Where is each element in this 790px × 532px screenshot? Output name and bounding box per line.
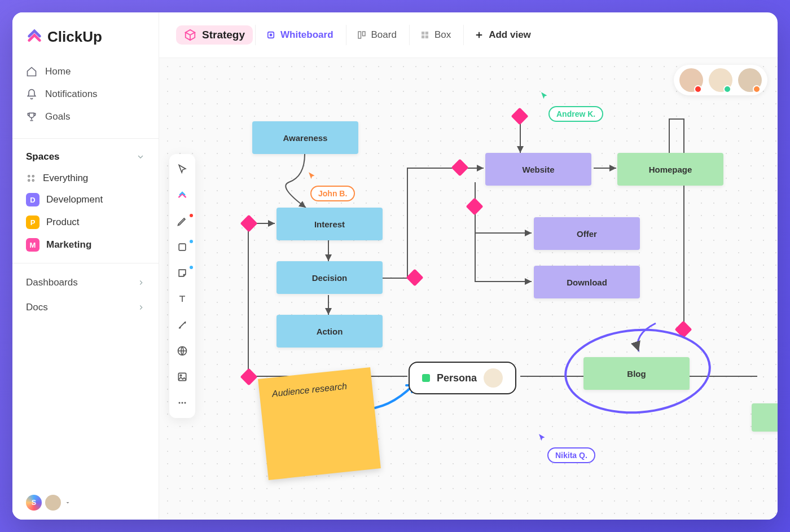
space-product[interactable]: P Product bbox=[12, 211, 159, 234]
diamond-connector[interactable] bbox=[240, 368, 257, 385]
node-download[interactable]: Download bbox=[534, 266, 640, 298]
collab-avatar[interactable]: .collab-bar .collab-av:nth-child(2)::aft… bbox=[709, 68, 732, 92]
nav-notifications-label: Notifications bbox=[45, 89, 98, 100]
text-icon bbox=[177, 293, 188, 305]
diamond-connector[interactable] bbox=[466, 197, 483, 215]
collaborators-bar[interactable]: .collab-bar .collab-av:nth-child(1)::aft… bbox=[674, 65, 767, 95]
node-decision[interactable]: Decision bbox=[276, 261, 383, 294]
space-marketing[interactable]: M Marketing bbox=[12, 234, 159, 256]
tool-web[interactable] bbox=[173, 341, 192, 360]
tool-select[interactable] bbox=[173, 160, 192, 179]
home-icon bbox=[26, 66, 37, 77]
box-icon bbox=[420, 30, 430, 40]
main-area: Strategy Whiteboard Board Box Add view bbox=[159, 12, 778, 520]
space-development[interactable]: D Development bbox=[12, 188, 159, 211]
node-action[interactable]: Action bbox=[276, 315, 383, 348]
status-dot-icon bbox=[422, 374, 430, 382]
node-website[interactable]: Website bbox=[485, 153, 591, 186]
clickup-small-icon bbox=[177, 190, 188, 201]
nav-goals[interactable]: Goals bbox=[18, 105, 153, 128]
nav-list: Home Notifications Goals bbox=[12, 57, 159, 131]
clickup-logo-icon bbox=[26, 29, 43, 46]
space-everything[interactable]: Everything bbox=[12, 168, 159, 188]
nav-goals-label: Goals bbox=[45, 111, 70, 122]
more-icon bbox=[177, 397, 188, 408]
whiteboard-canvas[interactable]: Awareness Interest Decision Action Websi… bbox=[159, 58, 778, 520]
svg-point-5 bbox=[270, 34, 272, 36]
tab-add-view[interactable]: Add view bbox=[463, 25, 541, 45]
divider bbox=[12, 138, 159, 139]
node-awareness[interactable]: Awareness bbox=[252, 121, 358, 154]
plus-icon bbox=[474, 30, 484, 40]
cursor-tag-andrew: Andrew K. bbox=[548, 106, 603, 122]
svg-point-16 bbox=[179, 402, 181, 404]
svg-rect-14 bbox=[178, 373, 186, 380]
view-title-strategy[interactable]: Strategy bbox=[176, 25, 253, 45]
spaces-header-label: Spaces bbox=[26, 151, 60, 162]
tool-pen[interactable] bbox=[173, 212, 192, 231]
svg-point-3 bbox=[32, 179, 34, 181]
tab-board[interactable]: Board bbox=[346, 25, 407, 45]
sticky-note[interactable]: Audience research bbox=[258, 367, 381, 480]
tool-sticky[interactable] bbox=[173, 263, 192, 283]
diamond-connector[interactable] bbox=[511, 107, 528, 125]
svg-rect-9 bbox=[425, 32, 428, 34]
logo[interactable]: ClickUp bbox=[12, 24, 159, 57]
hand-drawn-circle bbox=[561, 324, 714, 419]
spaces-header[interactable]: Spaces bbox=[12, 146, 159, 168]
diamond-connector[interactable] bbox=[406, 269, 423, 286]
collab-avatar[interactable]: .collab-bar .collab-av:nth-child(1)::aft… bbox=[679, 68, 703, 92]
tool-more[interactable] bbox=[173, 393, 192, 412]
nav-notifications[interactable]: Notifications bbox=[18, 83, 153, 105]
tool-shape[interactable] bbox=[173, 238, 192, 257]
canvas-toolbox bbox=[169, 154, 195, 418]
chevron-right-icon bbox=[137, 304, 145, 311]
pen-icon bbox=[177, 216, 188, 227]
cursor-tag-john: John B. bbox=[310, 186, 355, 201]
node-interest[interactable]: Interest bbox=[276, 208, 383, 240]
tab-whiteboard[interactable]: Whiteboard bbox=[255, 25, 344, 45]
nav-docs[interactable]: Docs bbox=[12, 295, 159, 320]
diamond-connector[interactable] bbox=[240, 214, 257, 232]
whiteboard-icon bbox=[266, 30, 276, 40]
tool-image[interactable] bbox=[173, 367, 192, 386]
remote-cursor-icon bbox=[307, 171, 317, 181]
sticky-icon bbox=[177, 267, 188, 279]
nav-home-label: Home bbox=[45, 66, 71, 77]
nav-home[interactable]: Home bbox=[18, 60, 153, 83]
svg-point-18 bbox=[185, 402, 186, 404]
chevron-down-icon bbox=[136, 152, 145, 161]
nav-dashboards[interactable]: Dashboards bbox=[12, 270, 159, 295]
tool-text[interactable] bbox=[173, 289, 192, 309]
svg-point-17 bbox=[182, 402, 183, 404]
space-dev-icon: D bbox=[26, 193, 40, 206]
svg-rect-6 bbox=[358, 32, 361, 38]
tool-clickup[interactable] bbox=[173, 186, 192, 205]
tab-box-label: Box bbox=[434, 29, 451, 41]
collab-avatar[interactable]: .collab-bar .collab-av:nth-child(3)::aft… bbox=[738, 68, 762, 92]
node-homepage[interactable]: Homepage bbox=[617, 153, 723, 186]
title-label: Strategy bbox=[202, 29, 245, 41]
tab-add-label: Add view bbox=[489, 29, 531, 41]
user-footer[interactable]: S bbox=[26, 495, 71, 511]
trophy-icon bbox=[26, 111, 37, 122]
space-dev-label: Development bbox=[46, 194, 103, 205]
avatar-secondary bbox=[45, 495, 61, 511]
topbar: Strategy Whiteboard Board Box Add view bbox=[159, 12, 778, 58]
space-mkt-label: Marketing bbox=[46, 239, 91, 250]
svg-rect-7 bbox=[362, 32, 365, 36]
svg-point-2 bbox=[28, 179, 30, 181]
divider bbox=[12, 263, 159, 263]
cube-icon bbox=[184, 29, 196, 41]
space-prod-icon: P bbox=[26, 216, 40, 229]
tab-box[interactable]: Box bbox=[409, 25, 461, 45]
node-offer[interactable]: Offer bbox=[534, 217, 640, 250]
docs-label: Docs bbox=[26, 302, 48, 313]
node-partial[interactable] bbox=[752, 403, 778, 432]
tab-board-label: Board bbox=[371, 29, 397, 41]
persona-card[interactable]: Persona bbox=[409, 362, 516, 394]
diamond-connector[interactable] bbox=[451, 159, 468, 176]
tool-connector[interactable] bbox=[173, 315, 192, 335]
remote-cursor-icon bbox=[537, 433, 547, 443]
cursor-tag-nikita: Nikita Q. bbox=[547, 447, 595, 463]
